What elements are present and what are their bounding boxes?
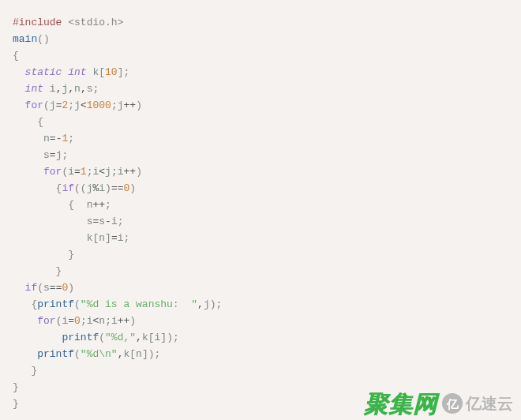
code-line: {printf("%d is a wanshu: ",j);	[13, 296, 508, 313]
code-line: }	[13, 246, 508, 263]
code-token: ;	[81, 315, 87, 327]
code-token: }	[68, 249, 74, 261]
code-token: ;	[68, 99, 74, 111]
code-token: ++	[92, 199, 105, 211]
code-token	[13, 66, 25, 78]
code-line: if(s==0)	[13, 279, 508, 296]
code-token: ==	[50, 282, 62, 294]
code-token: i	[118, 166, 124, 178]
code-token: 1000	[87, 99, 111, 111]
code-token: ]	[142, 348, 148, 360]
code-token: ;	[93, 83, 99, 95]
code-line: }	[13, 379, 508, 396]
code-token: s	[43, 149, 50, 161]
code-token: (	[74, 182, 81, 194]
code-token: static int	[25, 66, 87, 78]
code-token: )	[136, 99, 142, 111]
code-token: (	[81, 182, 87, 194]
code-token: 10	[105, 66, 118, 78]
code-token: ,	[81, 83, 87, 95]
code-token: ;	[123, 66, 129, 78]
code-token: if	[25, 282, 38, 294]
code-line: static int k[10];	[13, 64, 508, 81]
code-token: )	[129, 315, 136, 327]
code-token: ;	[118, 216, 124, 227]
code-token: ;	[216, 298, 223, 310]
code-token: {	[68, 199, 74, 211]
code-token: 0	[74, 315, 81, 327]
code-token	[74, 199, 87, 211]
code-token: ,	[197, 298, 204, 310]
code-token: s	[43, 282, 50, 294]
code-token	[13, 298, 31, 310]
code-token: )	[167, 332, 173, 343]
code-token: =	[111, 232, 118, 244]
code-token: printf	[37, 298, 74, 310]
code-token: i	[68, 166, 74, 178]
code-token: )	[210, 298, 216, 310]
code-token	[13, 133, 43, 144]
code-token: (	[43, 99, 50, 111]
code-line: }	[13, 362, 508, 379]
code-token: j	[74, 99, 81, 111]
code-token: ==	[111, 182, 124, 194]
code-token: s	[87, 83, 93, 95]
code-token: =	[50, 133, 56, 144]
code-token: if	[62, 182, 74, 194]
code-token	[13, 365, 31, 377]
code-token: "%d\n"	[81, 348, 118, 360]
code-line: for(j=2;j<1000;j++)	[13, 97, 508, 114]
code-token: <	[68, 17, 74, 28]
code-token: )	[43, 33, 50, 45]
code-token	[13, 332, 62, 343]
code-token	[13, 99, 25, 111]
code-token: (	[37, 282, 43, 294]
code-line: printf("%d,",k[i]);	[13, 329, 508, 346]
code-token: )	[136, 166, 142, 178]
code-line: s=j;	[13, 147, 508, 163]
code-token: for	[43, 166, 62, 178]
code-token	[13, 116, 37, 128]
code-token: ;	[62, 149, 68, 161]
code-line: int i,j,n,s;	[13, 81, 508, 97]
code-token: s	[99, 216, 105, 227]
code-token: (	[99, 332, 105, 343]
code-token	[13, 265, 56, 277]
code-token: n	[99, 315, 105, 327]
code-token: (	[37, 33, 43, 45]
code-token: j	[105, 166, 111, 178]
code-token	[13, 216, 87, 227]
code-token: =	[68, 315, 74, 327]
code-token: )	[129, 182, 136, 194]
code-token: )	[105, 182, 111, 194]
code-line: {if((j%i)==0)	[13, 180, 508, 197]
code-token: ;	[111, 99, 118, 111]
code-token: "%d is a wanshu: "	[81, 298, 197, 310]
code-token: [	[148, 332, 155, 343]
code-line: }	[13, 396, 508, 412]
code-token: ]	[105, 232, 111, 244]
code-token: <	[99, 166, 105, 178]
code-line: s=s-i;	[13, 213, 508, 230]
code-line: for(i=1;i<j;i++)	[13, 163, 508, 180]
code-token: n	[43, 133, 50, 144]
code-token: j	[118, 99, 124, 111]
code-token: {	[37, 116, 43, 128]
code-token	[13, 83, 25, 95]
code-token: ++	[124, 166, 137, 178]
code-line: #include <stdio.h>	[13, 14, 508, 31]
code-token	[13, 232, 87, 244]
code-token: n	[99, 232, 105, 244]
code-token: i	[87, 315, 93, 327]
code-token: i	[99, 182, 105, 194]
code-line: { n++;	[13, 197, 508, 213]
code-token: n	[136, 348, 142, 360]
code-token	[43, 83, 50, 95]
code-token	[13, 149, 43, 161]
code-token: "%d,"	[105, 332, 136, 343]
code-token: ;	[105, 199, 111, 211]
code-token: }	[31, 365, 37, 377]
code-line: {	[13, 47, 508, 64]
code-token	[13, 182, 56, 194]
code-token: ;	[124, 232, 130, 244]
